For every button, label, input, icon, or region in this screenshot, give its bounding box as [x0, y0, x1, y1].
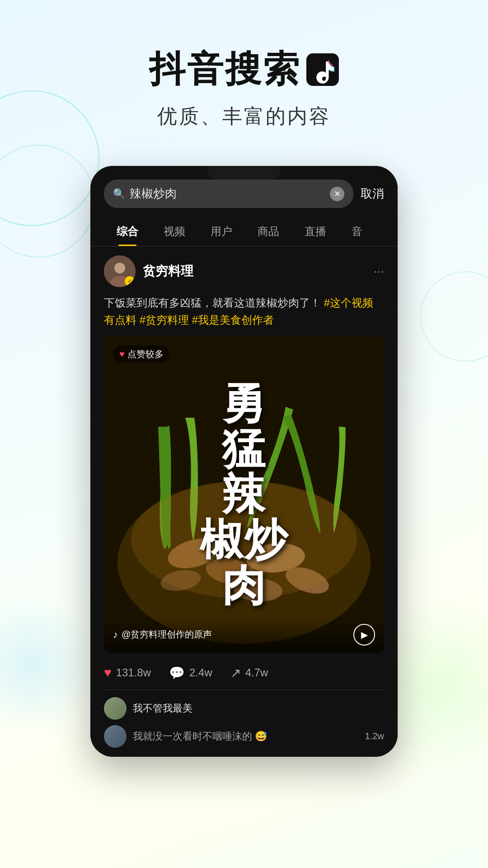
comment-row-1: 我不管我最美	[104, 697, 384, 720]
shares-count[interactable]: ↗ 4.7w	[230, 665, 268, 680]
comment-content-2: 我就没一次看时不咽唾沫的 😅	[133, 730, 359, 743]
verified-badge: ✓	[125, 276, 135, 286]
play-button[interactable]: ▶	[353, 624, 375, 646]
app-title-row: 抖音搜索	[0, 45, 488, 94]
video-bottom-bar: ♪ @贫穷料理创作的原声 ▶	[104, 617, 384, 653]
tab-音[interactable]: 音	[339, 217, 375, 246]
tiktok-logo-icon	[306, 53, 339, 86]
svg-point-2	[114, 263, 125, 274]
video-overlay-text: 勇猛辣椒炒肉	[200, 381, 288, 609]
comment-row-2: 我就没一次看时不咽唾沫的 😅 1.2w	[104, 725, 384, 748]
app-header: 抖音搜索 优质、丰富的内容	[0, 0, 488, 157]
app-subtitle: 优质、丰富的内容	[0, 103, 488, 130]
sound-credit-text: @贫穷料理创作的原声	[122, 628, 212, 641]
tab-用户[interactable]: 用户	[198, 217, 245, 246]
search-icon: 🔍	[113, 188, 125, 200]
comments-count[interactable]: 💬 2.4w	[169, 665, 212, 680]
video-thumbnail[interactable]: ♥ 点赞较多 勇猛辣椒炒肉 ♪ @贫穷料理创作的原声	[104, 336, 384, 653]
app-title-text: 抖音搜索	[149, 45, 301, 94]
comment-icon: 💬	[169, 665, 185, 680]
commenter-avatar-2	[104, 725, 127, 748]
post-user-row: ✓ 贫穷料理 ···	[104, 255, 384, 287]
search-results-content: ✓ 贫穷料理 ··· 下饭菜到底有多凶猛，就看这道辣椒炒肉了！ #这个视频有点料…	[90, 246, 398, 757]
badge-text: 点赞较多	[127, 348, 164, 360]
phone-mockup: 🔍 辣椒炒肉 ✕ 取消 综合 视频 用户 商品	[0, 166, 488, 757]
phone-notch	[208, 166, 280, 179]
shares-value: 4.7w	[245, 666, 268, 679]
post-description-main: 下饭菜到底有多凶猛，就看这道辣椒炒肉了！	[104, 297, 321, 309]
search-tabs: 综合 视频 用户 商品 直播 音	[90, 217, 398, 246]
post-description: 下饭菜到底有多凶猛，就看这道辣椒炒肉了！ #这个视频有点料 #贫穷料理 #我是美…	[104, 294, 384, 329]
user-avatar[interactable]: ✓	[104, 255, 136, 287]
hashtag-2[interactable]: #贫穷料理	[140, 314, 192, 326]
like-icon: ♥	[104, 665, 112, 680]
tab-直播[interactable]: 直播	[292, 217, 339, 246]
video-likes-badge: ♥ 点赞较多	[113, 345, 170, 363]
more-options-button[interactable]: ···	[374, 264, 384, 278]
comments-value: 2.4w	[189, 666, 212, 679]
search-clear-button[interactable]: ✕	[330, 187, 344, 201]
tab-视频[interactable]: 视频	[151, 217, 198, 246]
phone-body: 🔍 辣椒炒肉 ✕ 取消 综合 视频 用户 商品	[90, 166, 398, 757]
engagement-row: ♥ 131.8w 💬 2.4w ↗ 4.7w	[104, 656, 384, 689]
commenter-avatar-1	[104, 697, 127, 720]
search-cancel-button[interactable]: 取消	[361, 186, 384, 202]
comment-likes-2: 1.2w	[365, 731, 384, 741]
share-icon: ↗	[230, 665, 241, 680]
comment-text-2: 我就没一次看时不咽唾沫的 😅	[133, 731, 267, 742]
commenter-name-1: 我不管我最美	[133, 703, 192, 714]
hashtag-3[interactable]: #我是美食创作者	[192, 314, 274, 326]
likes-count[interactable]: ♥ 131.8w	[104, 665, 151, 680]
phone-screen: 🔍 辣椒炒肉 ✕ 取消 综合 视频 用户 商品	[90, 166, 398, 757]
search-input-container[interactable]: 🔍 辣椒炒肉 ✕	[104, 179, 353, 208]
comment-content-1: 我不管我最美	[133, 702, 384, 715]
tab-综合[interactable]: 综合	[104, 217, 151, 246]
heart-icon: ♥	[119, 349, 125, 359]
tiktok-sound-icon: ♪	[113, 629, 118, 641]
tab-商品[interactable]: 商品	[245, 217, 292, 246]
video-background: ♥ 点赞较多 勇猛辣椒炒肉 ♪ @贫穷料理创作的原声	[104, 336, 384, 653]
comment-preview-section: 我不管我最美 我就没一次看时不咽唾沫的 😅 1.2w	[104, 689, 384, 748]
username-label: 贫穷料理	[143, 263, 366, 280]
video-sound-info: ♪ @贫穷料理创作的原声	[113, 628, 212, 641]
search-query-text: 辣椒炒肉	[130, 186, 325, 202]
likes-value: 131.8w	[116, 666, 151, 679]
